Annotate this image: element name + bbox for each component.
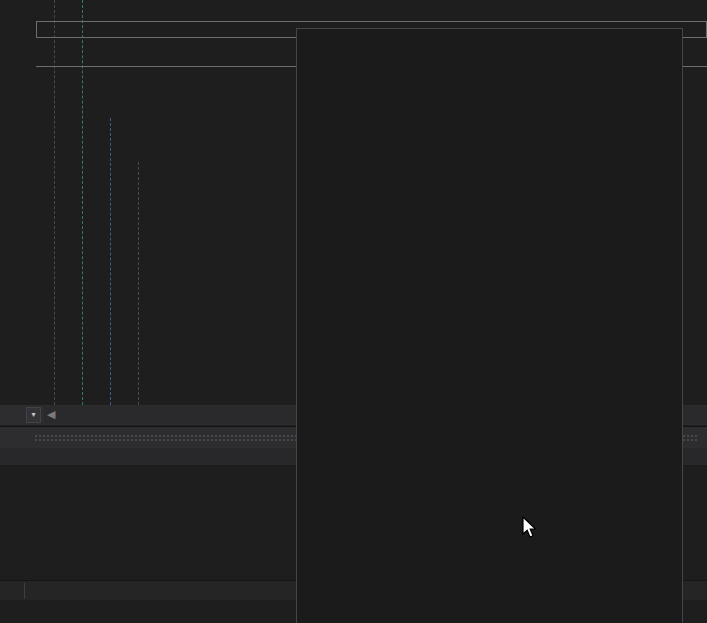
indent-guide [110, 118, 111, 405]
indent-guide [138, 162, 139, 405]
scroll-left-arrow-icon[interactable]: ◀ [47, 408, 55, 421]
indent-guide [54, 0, 55, 405]
tab-separator [24, 583, 25, 599]
indent-guide [82, 0, 83, 405]
zoom-dropdown-button[interactable]: ▾ [26, 407, 41, 423]
dnspy-window: ▾ ◀ [0, 0, 707, 623]
context-menu [296, 28, 683, 623]
mouse-cursor [522, 516, 539, 544]
